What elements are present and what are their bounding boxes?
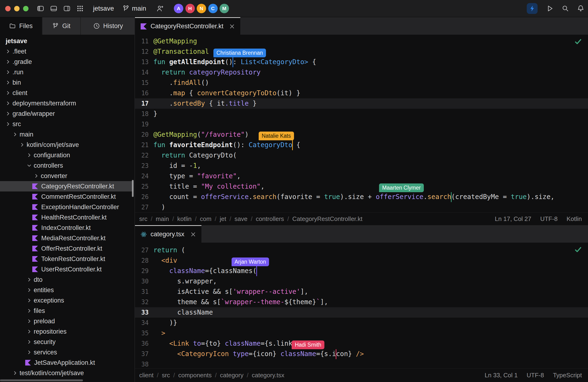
chevron-right-icon[interactable] <box>34 173 39 179</box>
project-name[interactable]: jetsave <box>93 0 114 17</box>
close-icon[interactable] <box>230 24 235 29</box>
tree-root[interactable]: jetsave <box>0 36 134 46</box>
chevron-right-icon[interactable] <box>13 132 18 137</box>
chevron-right-icon[interactable] <box>5 80 11 85</box>
tree-item-test-kotlin-com-jet-save[interactable]: test/kotlin/com/jet/save <box>0 368 134 378</box>
tree-item-converter[interactable]: converter <box>0 171 134 181</box>
chevron-right-icon[interactable] <box>27 298 32 303</box>
breadcrumb-segment[interactable]: jet <box>220 215 226 223</box>
breadcrumb-segment[interactable]: com <box>200 215 211 223</box>
code-line[interactable]: 16 .map { convertCategoryToDto(it) } <box>135 88 588 98</box>
tree-item-src[interactable]: src <box>0 119 134 129</box>
code-line[interactable]: 27 ) <box>135 202 588 212</box>
tree-item-kotlin-com-jet-save[interactable]: kotlin/com/jet/save <box>0 140 134 150</box>
tree-item-exceptions[interactable]: exceptions <box>0 295 134 306</box>
search-icon[interactable] <box>562 5 569 12</box>
chevron-right-icon[interactable] <box>13 370 18 376</box>
status-item[interactable]: Kotlin <box>567 215 582 223</box>
tree-item-preload[interactable]: preload <box>0 316 134 326</box>
tree-item-controllers[interactable]: controllers <box>0 160 134 171</box>
breadcrumb[interactable]: client/src/components/category/category.… <box>139 372 284 379</box>
code-editor-kotlin[interactable]: 11@GetMapping12@Transactional13fun getAl… <box>135 35 588 214</box>
code-line[interactable]: 14 return categoryRepository <box>135 67 588 78</box>
tree-item-dto[interactable]: dto <box>0 274 134 285</box>
run-icon[interactable] <box>546 5 553 12</box>
tree-item-services[interactable]: services <box>0 347 134 358</box>
avatar[interactable]: N <box>197 4 206 13</box>
code-line[interactable]: 28 <div <box>135 255 588 266</box>
breadcrumb-segment[interactable]: category <box>220 372 244 379</box>
tree-item-gradle-wrapper[interactable]: gradle/wrapper <box>0 109 134 119</box>
invite-collaborator-icon[interactable] <box>156 5 163 12</box>
status-item[interactable]: Ln 17, Col 27 <box>495 215 531 223</box>
code-line[interactable]: 18} <box>135 109 588 119</box>
tab-category-tsx[interactable]: category.tsx <box>135 225 201 243</box>
breadcrumb-segment[interactable]: src <box>139 215 147 223</box>
breadcrumb-segment[interactable]: controllers <box>256 215 284 223</box>
apps-grid-icon[interactable] <box>77 5 84 12</box>
chevron-right-icon[interactable] <box>20 142 25 147</box>
breadcrumb-segment[interactable]: category.tsx <box>252 372 284 379</box>
code-line[interactable]: 19 <box>135 119 588 130</box>
toggle-right-panel-icon[interactable] <box>63 5 70 12</box>
tree-item-mediarestcontroller-kt[interactable]: MediaRestController.kt <box>0 233 134 243</box>
breadcrumb[interactable]: src/main/kotlin/com/jet/save/controllers… <box>139 215 362 223</box>
tree-item-main[interactable]: main <box>0 129 134 140</box>
breadcrumb-segment[interactable]: src <box>162 372 170 379</box>
status-info[interactable]: Ln 17, Col 27UTF-8Kotlin <box>495 215 582 223</box>
tree-item-exceptionhandlercontroller[interactable]: ExceptionHandlerController <box>0 202 134 212</box>
sidebar-tab-git[interactable]: Git <box>42 17 80 35</box>
chevron-down-icon[interactable] <box>27 163 32 168</box>
sidebar-tab-files[interactable]: Files <box>0 17 42 35</box>
chevron-right-icon[interactable] <box>5 101 11 106</box>
sidebar-vertical-scrollbar[interactable] <box>132 180 134 197</box>
status-item[interactable]: UTF-8 <box>540 215 558 223</box>
sidebar-horizontal-scrollbar[interactable] <box>0 380 83 381</box>
code-line[interactable]: 37 <CategoryIcon type={icon} className={… <box>135 349 588 359</box>
code-line[interactable]: 38 <box>135 359 588 369</box>
status-item[interactable]: Ln 33, Col 1 <box>484 372 518 379</box>
chevron-right-icon[interactable] <box>27 308 32 313</box>
code-line[interactable]: 24 type = "favorite", <box>135 171 588 181</box>
code-line[interactable]: 25 title = "My collection", <box>135 181 588 192</box>
chevron-right-icon[interactable] <box>5 121 11 127</box>
chevron-right-icon[interactable] <box>27 153 32 158</box>
tree-item-jetsaveapplication-kt[interactable]: JetSaveApplication.kt <box>0 358 134 368</box>
tree-item-categoryrestcontroller-kt[interactable]: CategoryRestController.kt <box>0 181 134 191</box>
status-item[interactable]: TypeScript <box>553 372 582 379</box>
status-item[interactable]: UTF-8 <box>527 372 544 379</box>
status-info[interactable]: Ln 33, Col 1UTF-8TypeScript <box>484 372 582 379</box>
tree-item-offerrestcontroller-kt[interactable]: OfferRestController.kt <box>0 243 134 254</box>
chevron-right-icon[interactable] <box>27 277 32 282</box>
tree-item-commentrestcontroller-kt[interactable]: CommentRestController.kt <box>0 191 134 202</box>
code-line[interactable]: 21fun favoriteEndpoint(): CategoryDto {N… <box>135 140 588 150</box>
chevron-right-icon[interactable] <box>5 69 11 75</box>
avatar[interactable]: H <box>185 4 195 13</box>
avatar[interactable]: A <box>174 4 183 13</box>
code-line[interactable]: 11@GetMapping <box>135 36 588 46</box>
chevron-right-icon[interactable] <box>27 339 32 344</box>
code-line[interactable]: 36 <Link to={to} className={s.link}> <box>135 338 588 349</box>
code-line[interactable]: 31 isActive && s['wrapper--active'], <box>135 287 588 297</box>
avatar[interactable]: M <box>220 4 229 13</box>
code-editor-typescript[interactable]: 27return (28 <div29 className={className… <box>135 243 588 371</box>
tree-item-healthrestcontroller-kt[interactable]: HealthRestController.kt <box>0 212 134 223</box>
tree-item-indexcontroller-kt[interactable]: IndexController.kt <box>0 223 134 233</box>
minimize-window-button[interactable] <box>14 6 20 11</box>
tree-item-client[interactable]: client <box>0 88 134 98</box>
tree-item-configuration[interactable]: configuration <box>0 150 134 160</box>
chevron-right-icon[interactable] <box>5 49 11 54</box>
code-line[interactable]: 13fun getAllEndpoint(): List<CategoryDto… <box>135 57 588 67</box>
tree-item-files[interactable]: files <box>0 306 134 316</box>
chevron-right-icon[interactable] <box>27 318 32 324</box>
tree-item-tokenrestcontroller-kt[interactable]: TokenRestController.kt <box>0 254 134 264</box>
chevron-right-icon[interactable] <box>27 329 32 334</box>
code-line[interactable]: 12@Transactional <box>135 46 588 57</box>
code-line[interactable]: 20@GetMapping("/favorite") <box>135 130 588 140</box>
code-line[interactable]: 35 > <box>135 328 588 338</box>
notifications-bell-icon[interactable] <box>577 5 584 12</box>
chevron-right-icon[interactable] <box>5 59 11 64</box>
breadcrumb-segment[interactable]: save <box>235 215 248 223</box>
code-line[interactable]: 30 s.wrapper, <box>135 276 588 287</box>
chevron-right-icon[interactable] <box>5 90 11 95</box>
